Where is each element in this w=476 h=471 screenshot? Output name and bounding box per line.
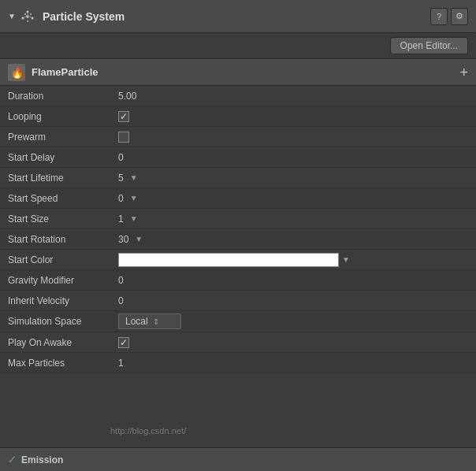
start-speed-value[interactable]: 0: [118, 193, 124, 204]
start-lifetime-value[interactable]: 5: [118, 172, 124, 184]
panel-title: Particle System: [43, 10, 430, 23]
start-rotation-dropdown-arrow[interactable]: ▼: [135, 235, 143, 243]
start-speed-dropdown-arrow[interactable]: ▼: [130, 194, 138, 202]
panel-header: ▼ Particle System ? ⚙: [0, 0, 476, 33]
start-lifetime-dropdown-arrow[interactable]: ▼: [130, 173, 138, 182]
prop-start-size: Start Size 1 ▼: [0, 209, 476, 229]
label-start-speed: Start Speed: [8, 193, 118, 204]
label-max-particles: Max Particles: [8, 358, 118, 369]
toolbar: Open Editor...: [0, 33, 476, 59]
label-prewarm: Prewarm: [8, 132, 118, 143]
value-start-rotation: 30 ▼: [118, 234, 468, 245]
prop-looping: Looping ✓: [0, 106, 476, 127]
prop-gravity-modifier: Gravity Modifier 0: [0, 270, 476, 291]
value-prewarm: [118, 132, 468, 143]
select-arrows-icon: ⇕: [153, 317, 159, 326]
prop-start-delay: Start Delay 0: [0, 147, 476, 168]
component-name: FlameParticle: [32, 66, 459, 78]
prop-start-lifetime: Start Lifetime 5 ▼: [0, 168, 476, 188]
value-start-size: 1 ▼: [118, 213, 468, 224]
flame-icon: 🔥: [8, 64, 25, 81]
prop-max-particles: Max Particles 1: [0, 353, 476, 373]
value-start-speed: 0 ▼: [118, 193, 468, 204]
prop-inherit-velocity: Inherit Velocity 0: [0, 291, 476, 311]
prop-prewarm: Prewarm: [0, 127, 476, 147]
value-looping: ✓: [118, 111, 468, 122]
label-play-on-awake: Play On Awake: [8, 337, 118, 348]
add-component-button[interactable]: +: [459, 65, 468, 80]
value-gravity-modifier[interactable]: 0: [118, 275, 468, 286]
start-size-value[interactable]: 1: [118, 213, 124, 224]
check-icon-2: ✓: [120, 338, 128, 347]
label-start-rotation: Start Rotation: [8, 234, 118, 245]
prop-simulation-space: Simulation Space Local ⇕: [0, 311, 476, 332]
start-color-dropdown-arrow[interactable]: ▼: [342, 255, 350, 264]
prewarm-checkbox[interactable]: [118, 132, 129, 143]
simulation-space-value: Local: [125, 316, 148, 327]
value-max-particles[interactable]: 1: [118, 358, 468, 369]
emission-section[interactable]: ✓ Emission: [0, 447, 476, 471]
collapse-arrow[interactable]: ▼: [8, 12, 16, 20]
prop-start-rotation: Start Rotation 30 ▼: [0, 229, 476, 250]
value-play-on-awake: ✓: [118, 337, 468, 348]
settings-button[interactable]: ⚙: [451, 8, 468, 25]
emission-checkmark-icon: ✓: [8, 454, 17, 465]
simulation-space-select[interactable]: Local ⇕: [118, 313, 181, 329]
check-icon: ✓: [120, 112, 128, 121]
header-buttons: ? ⚙: [430, 8, 468, 25]
svg-point-7: [24, 13, 26, 15]
label-start-size: Start Size: [8, 213, 118, 224]
prop-play-on-awake: Play On Awake ✓: [0, 332, 476, 353]
svg-point-9: [27, 20, 28, 22]
label-looping: Looping: [8, 111, 118, 122]
start-color-swatch[interactable]: [118, 253, 339, 267]
prop-duration: Duration 5.00: [0, 86, 476, 106]
properties-panel: Duration 5.00 Looping ✓ Prewarm Start De…: [0, 86, 476, 373]
watermark-text: http://blog.csdn.net/: [110, 426, 186, 436]
label-start-color: Start Color: [8, 254, 118, 265]
svg-point-3: [26, 15, 29, 18]
start-size-dropdown-arrow[interactable]: ▼: [130, 214, 138, 223]
prop-start-color: Start Color ▼: [0, 250, 476, 270]
label-duration: Duration: [8, 91, 118, 102]
value-start-delay[interactable]: 0: [118, 152, 468, 163]
emission-label: Emission: [21, 454, 63, 465]
value-duration[interactable]: 5.00: [118, 91, 468, 102]
particle-system-icon: [19, 8, 36, 25]
label-inherit-velocity: Inherit Velocity: [8, 295, 118, 306]
label-gravity-modifier: Gravity Modifier: [8, 275, 118, 286]
label-start-lifetime: Start Lifetime: [8, 172, 118, 184]
start-rotation-value[interactable]: 30: [118, 234, 128, 245]
looping-checkbox[interactable]: ✓: [118, 111, 129, 122]
label-start-delay: Start Delay: [8, 152, 118, 163]
value-start-color: ▼: [118, 253, 468, 267]
svg-point-8: [30, 13, 32, 15]
play-on-awake-checkbox[interactable]: ✓: [118, 337, 129, 348]
value-start-lifetime: 5 ▼: [118, 172, 468, 184]
value-simulation-space: Local ⇕: [118, 313, 468, 329]
value-inherit-velocity[interactable]: 0: [118, 295, 468, 306]
prop-start-speed: Start Speed 0 ▼ http://blog.csdn.net/: [0, 188, 476, 209]
open-editor-button[interactable]: Open Editor...: [390, 37, 468, 54]
help-button[interactable]: ?: [430, 8, 448, 25]
component-header: 🔥 FlameParticle +: [0, 59, 476, 86]
label-simulation-space: Simulation Space: [8, 316, 118, 327]
